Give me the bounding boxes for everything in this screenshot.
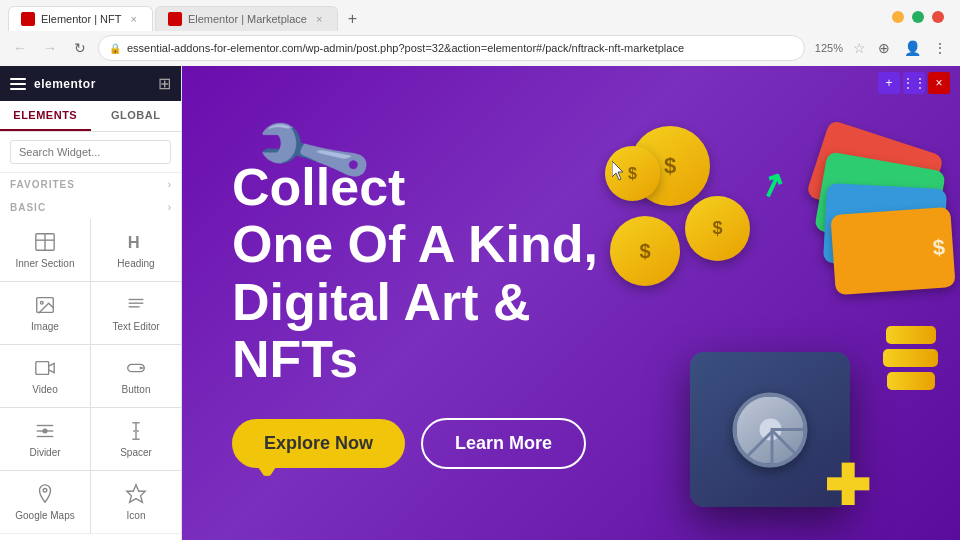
image-label: Image: [31, 321, 59, 332]
zoom-level: 125%: [811, 40, 847, 56]
basic-chevron-icon: ›: [168, 202, 171, 213]
maximize-button[interactable]: □: [912, 11, 924, 23]
tab-title-marketplace: Elementor | Marketplace: [188, 13, 307, 25]
nft-hero-section: 🔧 Collect One Of A Kind, Digital Art & N…: [182, 66, 960, 540]
back-button[interactable]: ←: [8, 36, 32, 60]
hero-title-line1: Collect: [232, 158, 405, 216]
add-element-button[interactable]: +: [878, 72, 900, 94]
window-controls: − □ ×: [892, 11, 952, 27]
inner-section-label: Inner Section: [16, 258, 75, 269]
favorites-label: FAVORITES: [10, 179, 75, 190]
video-label: Video: [32, 384, 57, 395]
lock-icon: 🔒: [109, 43, 121, 54]
button-icon: [125, 357, 147, 379]
widget-icon[interactable]: Icon: [91, 471, 181, 533]
icon-icon: [125, 483, 147, 505]
main-layout: elementor ⊞ ELEMENTS GLOBAL FAVORITES › …: [0, 66, 960, 540]
svg-marker-20: [127, 485, 145, 502]
tab-marketplace[interactable]: Elementor | Marketplace ×: [155, 6, 338, 31]
cards-stack: $ $ $ $: [815, 136, 945, 316]
elementor-sidebar: elementor ⊞ ELEMENTS GLOBAL FAVORITES › …: [0, 66, 182, 540]
basic-section-header[interactable]: BASIC ›: [0, 196, 181, 219]
sidebar-tabs: ELEMENTS GLOBAL: [0, 101, 181, 132]
title-bar: Elementor | NFT × Elementor | Marketplac…: [0, 0, 960, 31]
widget-video[interactable]: Video: [0, 345, 90, 407]
coin-medium: $: [685, 196, 750, 261]
tab-close-nft[interactable]: ×: [128, 12, 140, 26]
search-input[interactable]: [10, 140, 171, 164]
widget-button[interactable]: Button: [91, 345, 181, 407]
browser-actions: ⊕ 👤 ⋮: [872, 36, 952, 60]
hero-title-line2: One Of A Kind,: [232, 215, 598, 273]
svg-point-19: [43, 489, 47, 493]
widget-image[interactable]: Image: [0, 282, 90, 344]
search-box: [0, 132, 181, 173]
coin-small: $: [605, 146, 660, 201]
elementor-logo: elementor: [34, 77, 96, 91]
widget-spacer[interactable]: Spacer: [91, 408, 181, 470]
pro-section-header[interactable]: PRO ›: [0, 533, 181, 540]
widgets-grid: Inner Section H Heading: [0, 219, 181, 533]
favorites-section-header[interactable]: FAVORITES ›: [0, 173, 181, 196]
bookmark-icon[interactable]: ☆: [853, 40, 866, 56]
tab-close-marketplace[interactable]: ×: [313, 12, 325, 26]
google-maps-label: Google Maps: [15, 510, 74, 521]
plus-decoration: ✚: [824, 459, 870, 514]
text-editor-icon: [125, 294, 147, 316]
coin-medium2: $: [610, 216, 680, 286]
tab-elements[interactable]: ELEMENTS: [0, 101, 91, 131]
heading-icon: H: [125, 231, 147, 253]
learn-more-button[interactable]: Learn More: [421, 418, 586, 469]
widget-heading[interactable]: H Heading: [91, 219, 181, 281]
canvas-toolbar: + ⋮⋮ ×: [878, 72, 950, 94]
svg-point-5: [40, 301, 43, 304]
icon-label: Icon: [127, 510, 146, 521]
grid-icon[interactable]: ⊞: [158, 74, 171, 93]
explore-now-button[interactable]: Explore Now: [232, 419, 405, 468]
svg-text:H: H: [128, 233, 140, 251]
svg-rect-9: [36, 362, 49, 375]
trending-up-arrow: ↗: [752, 163, 790, 208]
coin-stack-bars: [883, 326, 938, 390]
basic-label: BASIC: [10, 202, 46, 213]
spacer-icon: [125, 420, 147, 442]
hamburger-menu-icon[interactable]: [10, 78, 26, 90]
svg-point-14: [43, 429, 47, 433]
divider-icon: [34, 420, 56, 442]
tab-active[interactable]: Elementor | NFT ×: [8, 6, 153, 31]
menu-button[interactable]: ⋮: [928, 36, 952, 60]
card-dollar-4: $: [932, 234, 946, 261]
close-window-button[interactable]: ×: [932, 11, 944, 23]
hamburger-line: [10, 83, 26, 85]
address-bar[interactable]: 🔒 essential-addons-for-elementor.com/wp-…: [98, 35, 805, 61]
forward-button[interactable]: →: [38, 36, 62, 60]
move-element-button[interactable]: ⋮⋮: [903, 72, 925, 94]
map-icon: [34, 483, 56, 505]
favorites-chevron-icon: ›: [168, 179, 171, 190]
hero-title-line3: Digital Art &: [232, 273, 531, 331]
hero-buttons: Explore Now Learn More: [232, 418, 598, 469]
video-icon: [34, 357, 56, 379]
tab-favicon-marketplace: [168, 12, 182, 26]
new-tab-button[interactable]: +: [340, 7, 364, 31]
refresh-button[interactable]: ↻: [68, 36, 92, 60]
profile-button[interactable]: 👤: [900, 36, 924, 60]
widget-divider[interactable]: Divider: [0, 408, 90, 470]
hero-title: Collect One Of A Kind, Digital Art & NFT…: [232, 159, 598, 388]
widget-google-maps[interactable]: Google Maps: [0, 471, 90, 533]
widget-inner-section[interactable]: Inner Section: [0, 219, 90, 281]
hamburger-line: [10, 78, 26, 80]
widget-text-editor[interactable]: Text Editor: [91, 282, 181, 344]
close-element-button[interactable]: ×: [928, 72, 950, 94]
heading-label: Heading: [117, 258, 154, 269]
sidebar-header: elementor ⊞: [0, 66, 181, 101]
divider-label: Divider: [29, 447, 60, 458]
extensions-button[interactable]: ⊕: [872, 36, 896, 60]
hero-content: Collect One Of A Kind, Digital Art & NFT…: [232, 159, 598, 469]
hero-title-line4: NFTs: [232, 330, 358, 388]
text-editor-label: Text Editor: [112, 321, 159, 332]
tab-global[interactable]: GLOBAL: [91, 101, 182, 131]
minimize-button[interactable]: −: [892, 11, 904, 23]
image-icon: [34, 294, 56, 316]
address-text: essential-addons-for-elementor.com/wp-ad…: [127, 42, 794, 54]
